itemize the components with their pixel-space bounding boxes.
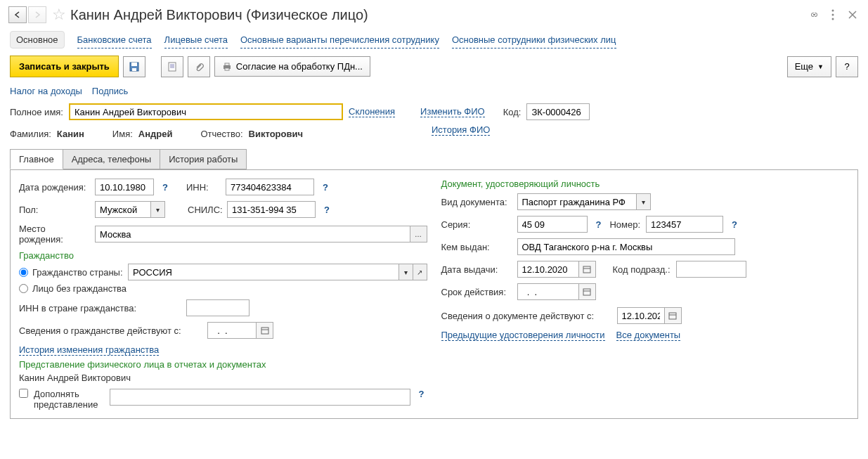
nav-employees[interactable]: Основные сотрудники физических лиц: [452, 32, 616, 49]
calendar-icon: [261, 326, 269, 335]
patronymic-label: Отчество:: [200, 129, 242, 139]
supplement-label: Дополнять представление: [34, 389, 104, 410]
save-close-button[interactable]: Записать и закрыть: [10, 56, 119, 77]
doc-from-calendar-btn[interactable]: [665, 307, 682, 324]
number-input[interactable]: [646, 216, 723, 233]
fullname-label: Полное имя:: [10, 107, 63, 117]
save-button[interactable]: [123, 56, 145, 77]
prev-docs-link[interactable]: Предыдущие удостоверения личности: [441, 330, 605, 341]
declensions-link[interactable]: Склонения: [349, 106, 395, 117]
inn-help[interactable]: ?: [320, 182, 331, 193]
doc-from-label: Сведения о документе действуют с:: [441, 311, 611, 321]
more-button[interactable]: Еще ▼: [787, 56, 831, 77]
supplement-input[interactable]: [110, 389, 410, 406]
history-fio-link[interactable]: История ФИО: [432, 124, 490, 136]
forward-button[interactable]: [28, 6, 46, 23]
tab-history[interactable]: История работы: [160, 149, 247, 169]
sex-input[interactable]: [95, 201, 151, 218]
issue-date-label: Дата выдачи:: [441, 264, 512, 275]
svg-rect-19: [669, 313, 676, 319]
consent-button[interactable]: Согласие на обработку ПДн...: [214, 56, 370, 77]
supplement-help[interactable]: ?: [416, 389, 427, 399]
nav-bank[interactable]: Банковские счета: [77, 32, 152, 49]
nav-main[interactable]: Основное: [10, 31, 65, 49]
tab-contacts[interactable]: Адреса, телефоны: [63, 149, 161, 169]
svg-rect-6: [169, 63, 176, 71]
nav-transfer[interactable]: Основные варианты перечисления сотрудник…: [240, 32, 439, 49]
back-button[interactable]: [8, 6, 27, 23]
tax-link[interactable]: Налог на доходы: [10, 86, 82, 96]
representation-value: Канин Андрей Викторович: [19, 373, 427, 383]
issue-date-input[interactable]: [517, 261, 579, 278]
surname-label: Фамилия:: [10, 129, 51, 139]
series-help[interactable]: ?: [593, 219, 604, 230]
inn-country-input[interactable]: [186, 299, 250, 316]
dob-input[interactable]: [95, 179, 154, 195]
close-icon[interactable]: [846, 8, 860, 22]
issued-by-label: Кем выдан:: [441, 242, 512, 252]
doc-from-input[interactable]: [617, 307, 665, 324]
country-open-btn[interactable]: ↗: [413, 264, 427, 280]
favorite-star-icon[interactable]: ☆: [52, 6, 66, 24]
doc-button[interactable]: [161, 56, 183, 77]
doc-type-label: Вид документа:: [441, 197, 512, 207]
change-fio-link[interactable]: Изменить ФИО: [420, 106, 485, 117]
nav-personal[interactable]: Лицевые счета: [164, 32, 228, 49]
citizenship-from-label: Сведения о гражданстве действуют с:: [19, 325, 202, 336]
series-input[interactable]: [517, 216, 588, 233]
number-label: Номер:: [609, 219, 640, 230]
issued-by-input[interactable]: [517, 238, 735, 255]
paperclip-icon: [194, 62, 204, 72]
valid-until-input[interactable]: [517, 283, 579, 300]
inn-input[interactable]: [226, 179, 314, 195]
representation-header: Представление физического лица в отчетах…: [19, 359, 427, 370]
all-docs-link[interactable]: Все документы: [616, 330, 681, 341]
snils-help[interactable]: ?: [321, 205, 332, 215]
issue-date-calendar-btn[interactable]: [579, 261, 596, 278]
inn-country-label: ИНН в стране гражданства:: [19, 303, 181, 313]
valid-until-calendar-btn[interactable]: [579, 283, 596, 300]
kebab-menu-icon[interactable]: [826, 8, 840, 22]
citizenship-country-label: Гражданство страны:: [32, 267, 124, 278]
country-dropdown-btn[interactable]: ▾: [399, 264, 413, 280]
dept-code-input[interactable]: [676, 261, 746, 278]
calendar-icon: [583, 287, 591, 296]
snils-input[interactable]: [227, 201, 316, 218]
tab-main[interactable]: Главное: [10, 149, 63, 169]
dept-code-label: Код подразд.:: [613, 264, 671, 275]
doc-type-input[interactable]: [517, 193, 637, 210]
inn-label: ИНН:: [186, 182, 220, 193]
link-icon[interactable]: [806, 8, 820, 22]
svg-rect-4: [131, 63, 137, 66]
citizenship-from-calendar-btn[interactable]: [257, 322, 273, 339]
birthplace-label: Место рождения:: [19, 224, 89, 245]
fullname-input[interactable]: [69, 103, 343, 120]
dob-help[interactable]: ?: [160, 182, 171, 193]
sex-dropdown-btn[interactable]: ▾: [151, 201, 165, 218]
supplement-checkbox[interactable]: [19, 389, 28, 398]
country-input[interactable]: [128, 264, 399, 280]
patronymic-value: Викторович: [249, 129, 303, 139]
svg-rect-5: [132, 68, 136, 71]
birthplace-input[interactable]: [95, 226, 410, 243]
citizenship-history-link[interactable]: История изменения гражданства: [19, 344, 159, 356]
code-label: Код:: [503, 107, 522, 117]
number-help[interactable]: ?: [729, 219, 740, 230]
stateless-label: Лицо без гражданства: [32, 283, 127, 294]
dob-label: Дата рождения:: [19, 182, 89, 193]
attach-button[interactable]: [188, 56, 210, 77]
citizenship-from-input[interactable]: [207, 322, 257, 339]
svg-point-2: [832, 18, 834, 20]
sign-link[interactable]: Подпись: [92, 86, 128, 96]
svg-rect-11: [225, 63, 229, 65]
code-input[interactable]: [526, 103, 590, 120]
calendar-icon: [583, 265, 591, 273]
help-button[interactable]: ?: [836, 56, 858, 77]
name-label: Имя:: [112, 129, 133, 139]
save-icon: [129, 62, 139, 72]
svg-rect-12: [225, 68, 229, 70]
stateless-radio[interactable]: [19, 284, 28, 293]
doc-type-dropdown-btn[interactable]: ▾: [637, 193, 651, 210]
citizenship-country-radio[interactable]: [19, 268, 28, 277]
birthplace-select-btn[interactable]: …: [410, 226, 427, 243]
